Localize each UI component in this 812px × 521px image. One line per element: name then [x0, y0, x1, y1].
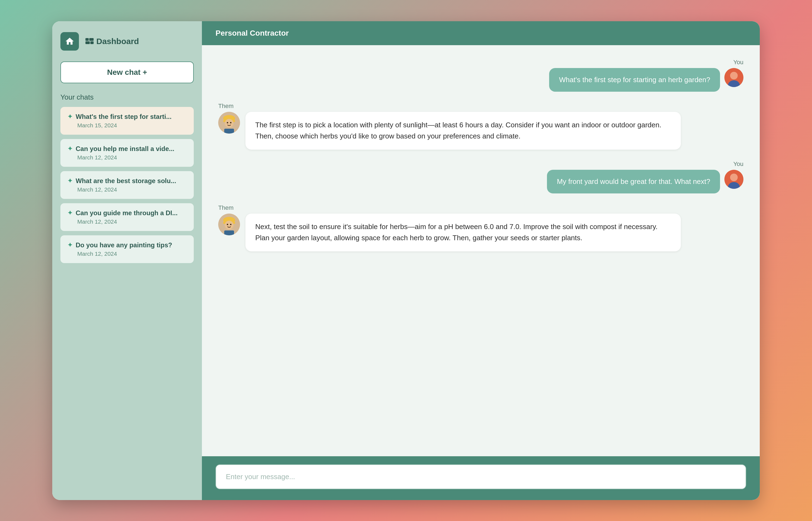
chat-item-date-2: March 12, 2024: [67, 154, 187, 161]
chat-item-title-1: ✦What's the first step for starti...: [67, 113, 187, 120]
chat-item-1[interactable]: ✦What's the first step for starti...Marc…: [61, 107, 194, 135]
svg-point-22: [230, 224, 231, 225]
chat-item-date-5: March 12, 2024: [67, 251, 187, 257]
sidebar-header: Dashboard: [61, 32, 194, 51]
message-group-4: Them Next, te: [218, 204, 743, 251]
message-bot-row-4: Next, test the soil to ensure it's suita…: [218, 213, 681, 251]
chat-title-text-4: Can you guide me through a DI...: [76, 209, 178, 217]
user-avatar-3: [724, 170, 743, 189]
chat-item-date-4: March 12, 2024: [67, 219, 187, 225]
chat-item-title-5: ✦Do you have any painting tips?: [67, 241, 187, 249]
user-bubble-1: What's the first step for starting an he…: [549, 68, 720, 92]
sparkle-icon: ✦: [67, 113, 72, 120]
bot-avatar-2: [218, 112, 240, 134]
main-chat: Personal Contractor You What's the first…: [202, 21, 760, 500]
chat-input-area: [202, 456, 760, 500]
user-label-1: You: [734, 59, 743, 66]
bot-label-4: Them: [218, 204, 233, 211]
user-bubble-3: My front yard would be great for that. W…: [547, 170, 720, 194]
app-container: Dashboard New chat + Your chats ✦What's …: [52, 21, 760, 500]
svg-point-15: [730, 174, 738, 181]
svg-point-11: [227, 122, 228, 123]
sidebar: Dashboard New chat + Your chats ✦What's …: [52, 21, 202, 500]
svg-rect-3: [90, 41, 94, 44]
message-group-2: Them: [218, 103, 743, 150]
svg-point-12: [230, 122, 231, 123]
message-input[interactable]: [216, 465, 746, 489]
svg-point-5: [730, 72, 738, 80]
chat-item-title-2: ✦Can you help me install a vide...: [67, 145, 187, 153]
user-label-3: You: [734, 160, 743, 167]
chat-title-text-5: Do you have any painting tips?: [76, 241, 172, 249]
chat-item-title-3: ✦What are the best storage solu...: [67, 177, 187, 185]
svg-rect-2: [86, 41, 90, 44]
new-chat-button[interactable]: New chat +: [61, 62, 194, 83]
message-user-row-1: What's the first step for starting an he…: [549, 68, 743, 92]
svg-rect-13: [224, 129, 234, 134]
bot-bubble-2: The first step is to pick a location wit…: [245, 112, 681, 150]
dashboard-label: Dashboard: [86, 37, 139, 46]
svg-rect-1: [89, 38, 94, 41]
sparkle-icon: ✦: [67, 145, 72, 152]
home-icon[interactable]: [61, 32, 79, 51]
chat-item-4[interactable]: ✦Can you guide me through a DI...March 1…: [61, 203, 194, 231]
svg-point-21: [227, 224, 228, 225]
svg-rect-0: [86, 38, 89, 41]
sparkle-icon: ✦: [67, 242, 72, 249]
bot-label-2: Them: [218, 103, 233, 110]
sparkle-icon: ✦: [67, 209, 72, 217]
chat-title-text-1: What's the first step for starti...: [76, 113, 172, 120]
message-user-row-3: My front yard would be great for that. W…: [547, 170, 743, 194]
message-bot-row-2: The first step is to pick a location wit…: [218, 112, 681, 150]
svg-point-10: [225, 119, 233, 128]
chat-item-5[interactable]: ✦Do you have any painting tips?March 12,…: [61, 235, 194, 263]
chat-item-3[interactable]: ✦What are the best storage solu...March …: [61, 171, 194, 199]
chat-messages: You What's the first step for starting a…: [202, 45, 760, 456]
your-chats-label: Your chats: [61, 93, 194, 101]
chat-list: ✦What's the first step for starti...Marc…: [61, 107, 194, 263]
dashboard-icon: [86, 37, 94, 46]
bot-avatar-4: [218, 213, 240, 235]
chat-item-title-4: ✦Can you guide me through a DI...: [67, 209, 187, 217]
bot-bubble-4: Next, test the soil to ensure it's suita…: [245, 213, 681, 251]
message-group-1: You What's the first step for starting a…: [218, 59, 743, 92]
chat-item-2[interactable]: ✦Can you help me install a vide...March …: [61, 139, 194, 167]
chat-item-date-3: March 12, 2024: [67, 186, 187, 193]
chat-header: Personal Contractor: [202, 21, 760, 45]
message-group-3: You My front yard would be great for tha…: [218, 160, 743, 194]
user-avatar-1: [724, 68, 743, 87]
svg-rect-23: [224, 230, 234, 235]
chat-title-text-2: Can you help me install a vide...: [76, 145, 175, 153]
chat-title-text-3: What are the best storage solu...: [76, 177, 176, 185]
sparkle-icon: ✦: [67, 177, 72, 184]
svg-point-20: [225, 221, 233, 229]
chat-item-date-1: March 15, 2024: [67, 122, 187, 129]
